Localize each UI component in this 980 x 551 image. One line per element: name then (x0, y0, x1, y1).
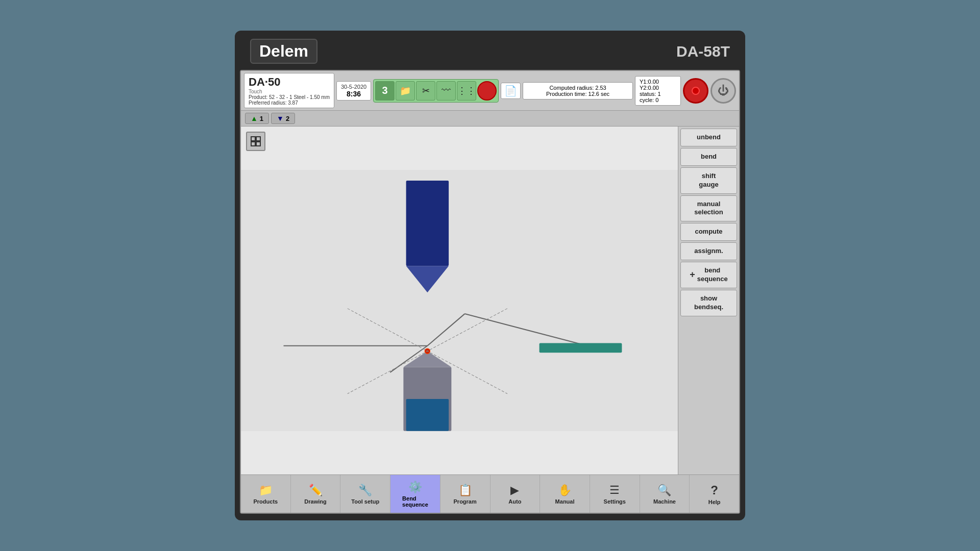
viewport-icon (250, 136, 261, 147)
svg-rect-16 (540, 343, 622, 353)
status-value: status: 1 (640, 91, 676, 97)
toolbar-icons: 3 📁 ✂ 〰 ⋮⋮ (373, 79, 499, 103)
bend-seq-label: Bendsequence (402, 495, 428, 508)
datetime-block: 30-5-2020 8:36 (336, 81, 371, 101)
nav-auto[interactable]: ▶ Auto (491, 475, 541, 513)
model-label: DA-58T (676, 43, 730, 60)
step-tabs: ▲ 1 ▼ 2 (241, 111, 739, 127)
nav-manual[interactable]: ✋ Manual (540, 475, 590, 513)
products-icon: 📁 (259, 484, 273, 497)
step-tab-2[interactable]: ▼ 2 (271, 113, 295, 124)
nav-machine[interactable]: 🔍 Machine (640, 475, 690, 513)
drawing-label: Drawing (304, 498, 326, 505)
svg-rect-0 (251, 137, 255, 141)
page-indicator: 📄 (501, 83, 521, 99)
drawing-icon: ✏️ (309, 484, 323, 497)
power-button[interactable]: ⏻ (710, 78, 736, 104)
products-label: Products (254, 498, 278, 505)
outer-frame: Delem DA-58T DA·50 Touch Product: 52 - 3… (235, 31, 745, 520)
stop-icon (692, 87, 700, 95)
tool-setup-label: Tool setup (351, 498, 379, 505)
right-panel: unbend bend shiftgauge manualselection c… (678, 127, 739, 474)
production-time: Production time: 12.6 sec (527, 91, 628, 97)
nav-bend-sequence[interactable]: ⚙️ Bendsequence (390, 475, 440, 513)
arrow-down-icon: ▼ (277, 114, 284, 122)
computed-radius: Computed radius: 2.53 (527, 85, 628, 91)
help-icon: ? (710, 483, 718, 497)
step-tab-1[interactable]: ▲ 1 (245, 113, 269, 124)
program-icon: 📋 (458, 484, 472, 497)
step-number-btn[interactable]: 3 (375, 81, 395, 101)
bend-seq-icon: ⚙️ (408, 481, 422, 494)
machine-label: Machine (653, 498, 676, 505)
da-badge: DA·50 Touch Product: 52 - 32 - 1 Steel -… (244, 73, 334, 108)
auto-icon: ▶ (510, 484, 519, 497)
compute-button[interactable]: compute (680, 223, 737, 241)
help-label: Help (708, 499, 721, 505)
machine-icon: 🔍 (657, 484, 671, 497)
nav-help[interactable]: ? Help (690, 475, 739, 513)
assignm-button[interactable]: assignm. (680, 242, 737, 260)
cycle-value: cycle: 0 (640, 97, 676, 103)
wave-btn[interactable]: 〰 (436, 81, 456, 101)
date-label: 30-5-2020 (341, 84, 366, 90)
unbend-button[interactable]: unbend (680, 129, 737, 146)
scissors-btn[interactable]: ✂ (416, 81, 435, 101)
bend-button[interactable]: bend (680, 148, 737, 166)
stop-button[interactable] (683, 78, 708, 104)
shift-gauge-button[interactable]: shiftgauge (680, 167, 737, 194)
svg-rect-4 (241, 170, 678, 431)
nav-settings[interactable]: ☰ Settings (590, 475, 640, 513)
status-block: Y1:0.00 Y2:0.00 status: 1 cycle: 0 (635, 76, 681, 106)
svg-rect-3 (256, 142, 260, 146)
brand-logo: Delem (250, 39, 317, 64)
da-touch-label: Touch (249, 89, 330, 94)
step-2-label: 2 (286, 115, 289, 122)
nav-tool-setup[interactable]: 🔧 Tool setup (340, 475, 390, 513)
power-icon: ⏻ (718, 84, 729, 97)
bottom-nav: 📁 Products ✏️ Drawing 🔧 Tool setup ⚙️ Be… (241, 474, 739, 513)
bend-sequence-label: bendsequence (697, 266, 728, 284)
tool-setup-icon: 🔧 (358, 484, 372, 497)
plus-icon: + (690, 269, 695, 281)
canvas-area (241, 127, 678, 474)
folder-btn[interactable]: 📁 (396, 81, 415, 101)
svg-rect-5 (406, 181, 449, 266)
main-area: unbend bend shiftgauge manualselection c… (241, 127, 739, 474)
preferred-radius: Preferred radius: 3.87 (249, 100, 330, 106)
da-title: DA·50 (249, 76, 330, 89)
brand-bar: Delem DA-58T (240, 36, 740, 67)
record-btn[interactable] (477, 81, 497, 101)
manual-icon: ✋ (558, 484, 572, 497)
settings-label: Settings (604, 498, 626, 505)
bend-sequence-button[interactable]: + bendsequence (680, 262, 737, 288)
step-1-label: 1 (260, 115, 263, 122)
dots-btn[interactable]: ⋮⋮ (457, 81, 476, 101)
viewport-btn[interactable] (246, 132, 265, 151)
program-label: Program (454, 498, 477, 505)
svg-rect-2 (251, 142, 255, 146)
production-block: Computed radius: 2.53 Production time: 1… (523, 82, 633, 99)
nav-program[interactable]: 📋 Program (440, 475, 491, 513)
toolbar: DA·50 Touch Product: 52 - 32 - 1 Steel -… (241, 71, 739, 111)
settings-icon: ☰ (609, 484, 620, 497)
arrow-up-icon: ▲ (251, 114, 258, 122)
nav-products[interactable]: 📁 Products (241, 475, 291, 513)
y2-value: Y2:0.00 (640, 85, 676, 91)
manual-selection-button[interactable]: manualselection (680, 195, 737, 222)
inner-screen: DA·50 Touch Product: 52 - 32 - 1 Steel -… (240, 70, 740, 514)
show-bendseq-button[interactable]: showbendseq. (680, 290, 737, 316)
y1-value: Y1:0.00 (640, 79, 676, 85)
product-info: Product: 52 - 32 - 1 Steel - 1.50 mm (249, 94, 330, 100)
page-icon: 📄 (504, 85, 517, 97)
svg-rect-1 (256, 137, 260, 141)
nav-drawing[interactable]: ✏️ Drawing (291, 475, 341, 513)
bend-visualization (241, 127, 678, 474)
auto-label: Auto (508, 498, 521, 505)
manual-label: Manual (555, 498, 575, 505)
svg-rect-14 (406, 399, 449, 431)
time-label: 8:36 (341, 90, 366, 98)
